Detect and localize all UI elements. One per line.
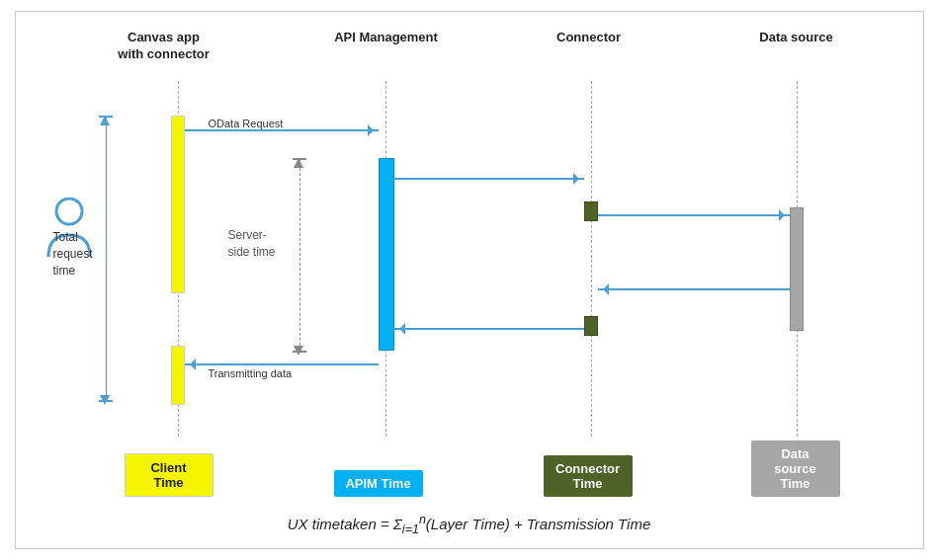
col-header-api: API Management bbox=[332, 30, 441, 46]
formula: UX timetaken = Σi=1n(Layer Time) + Trans… bbox=[16, 513, 923, 536]
lifeline-connector bbox=[591, 81, 593, 437]
connector-time-box: ConnectorTime bbox=[544, 455, 633, 497]
connector-activation-box-2 bbox=[584, 316, 598, 336]
server-side-label: Server-side time bbox=[228, 227, 276, 261]
diagram-container: Canvas appwith connector API Management … bbox=[15, 11, 924, 549]
apim-time-box: APIM Time bbox=[334, 470, 423, 497]
client-time-box: Client Time bbox=[125, 453, 213, 497]
datasource-to-connector-arrow bbox=[598, 288, 790, 290]
datasource-activation-box bbox=[790, 207, 804, 331]
brace-arrow-bottom bbox=[100, 395, 110, 405]
brace-arrow-top bbox=[100, 116, 110, 125]
col-header-datasource: Data source bbox=[752, 30, 841, 46]
canvas-activation-box-2 bbox=[171, 346, 185, 405]
odata-request-arrow bbox=[185, 129, 379, 131]
server-side-dashed-line bbox=[299, 158, 300, 351]
total-request-label: Totalrequesttime bbox=[53, 229, 93, 279]
api-to-connector-arrow bbox=[394, 178, 584, 180]
col-header-connector: Connector bbox=[545, 30, 634, 46]
server-side-arrow-bottom bbox=[294, 346, 303, 356]
api-to-canvas-arrow bbox=[185, 363, 379, 365]
apim-activation-box bbox=[379, 158, 394, 351]
datasource-time-box: Data sourceTime bbox=[751, 440, 840, 497]
server-side-arrow-top bbox=[294, 158, 303, 168]
col-header-canvas: Canvas appwith connector bbox=[110, 30, 218, 63]
connector-activation-box-1 bbox=[584, 201, 598, 221]
canvas-activation-box bbox=[171, 116, 185, 293]
connector-to-datasource-arrow bbox=[598, 214, 790, 216]
svg-point-0 bbox=[56, 199, 82, 224]
transmitting-data-label: Transmitting data bbox=[209, 367, 293, 379]
odata-request-label: OData Request bbox=[209, 118, 284, 129]
total-request-brace-line bbox=[106, 116, 108, 402]
connector-to-api-arrow bbox=[394, 328, 584, 330]
